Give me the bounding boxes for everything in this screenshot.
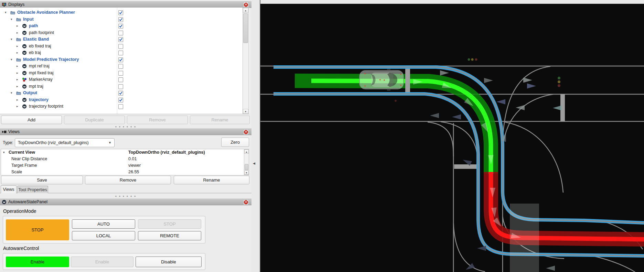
property-value[interactable]: 0.01 <box>128 156 137 161</box>
chevron-down-icon[interactable]: ▾ <box>5 11 7 14</box>
scrollbar-thumb[interactable] <box>243 13 248 43</box>
remove-display-button[interactable]: Remove <box>127 116 188 124</box>
chevron-right-icon[interactable]: ▸ <box>17 105 18 108</box>
add-button[interactable]: Add <box>1 116 62 124</box>
view-type-dropdown[interactable]: TopDownOrtho (rviz_default_plugins) ▼ <box>15 138 115 147</box>
traffic-light-icon <box>395 100 397 102</box>
visibility-checkbox[interactable] <box>118 51 123 55</box>
remote-button[interactable]: REMOTE <box>138 231 201 240</box>
chevron-down-icon[interactable]: ▾ <box>11 37 12 41</box>
chevron-right-icon[interactable]: ▸ <box>17 51 18 54</box>
visibility-checkbox[interactable] <box>118 37 123 42</box>
chevron-right-icon[interactable]: ▸ <box>17 44 18 48</box>
visibility-checkbox[interactable] <box>118 98 123 102</box>
visibility-checkbox[interactable] <box>118 10 123 15</box>
tree-item-mpt-fixed-traj[interactable]: ▸mpt fixed traj <box>0 70 243 77</box>
tree-item-input[interactable]: ▾Input <box>0 16 243 23</box>
visibility-checkbox[interactable] <box>118 64 123 69</box>
visibility-checkbox[interactable] <box>118 31 123 35</box>
visibility-checkbox[interactable] <box>118 57 123 62</box>
chevron-right-icon[interactable]: ▸ <box>17 71 18 75</box>
rename-view-button[interactable]: Rename <box>174 176 249 184</box>
tree-item-label: Elastic Band <box>23 37 49 42</box>
chevron-down-icon[interactable]: ▾ <box>11 91 12 95</box>
tree-item-trajectory-footprint[interactable]: ▸trajectory footprint <box>0 103 243 110</box>
operation-mode-label: OperationMode <box>3 208 36 214</box>
tree-item-label: Obstacle Avoidance Planner <box>17 10 75 15</box>
visibility-checkbox[interactable] <box>118 91 123 96</box>
traffic-light-icon <box>475 58 477 61</box>
tree-item-mpt-ref-traj[interactable]: ▸mpt ref traj <box>0 63 243 70</box>
scroll-down-icon[interactable]: ▼ <box>243 109 248 114</box>
chevron-down-icon[interactable]: ▾ <box>3 151 5 154</box>
property-row-target-frame[interactable]: Target Frameviewer <box>1 162 249 169</box>
tree-item-output[interactable]: ▾Output <box>0 90 243 97</box>
property-value[interactable]: viewer <box>128 163 141 168</box>
tree-item-eb-traj[interactable]: ▸eb traj <box>0 50 243 56</box>
visibility-checkbox[interactable] <box>118 71 123 76</box>
visibility-checkbox[interactable] <box>118 84 123 89</box>
rename-display-button[interactable]: Rename <box>190 116 250 124</box>
chevron-right-icon[interactable]: ▸ <box>17 78 18 81</box>
property-row-scale[interactable]: Scale26.55 <box>1 169 249 175</box>
tree-item-elastic-band[interactable]: ▾Elastic Band <box>0 36 243 43</box>
displays-tree[interactable]: ▲ ▼ ▾Obstacle Avoidance Planner▾Input▸pa… <box>0 8 249 114</box>
displays-panel-header[interactable]: Displays ✕ <box>0 1 251 8</box>
stop-disabled-button[interactable]: STOP <box>138 219 201 229</box>
local-button[interactable]: LOCAL <box>72 231 135 240</box>
traffic-light-icon <box>558 84 560 87</box>
panel-splitter-handle[interactable]: ● ● ● ● ● ● <box>0 195 251 198</box>
tab-tool-properties[interactable]: Tool Properties <box>17 186 48 193</box>
tree-item-label: mpt traj <box>29 84 43 89</box>
displays-tree-scrollbar[interactable]: ▲ ▼ <box>243 8 249 114</box>
visibility-checkbox[interactable] <box>118 44 123 49</box>
chevron-right-icon[interactable]: ▸ <box>17 98 18 101</box>
displays-panel-title: Displays <box>8 2 24 7</box>
chevron-down-icon[interactable]: ▾ <box>11 58 12 61</box>
tree-item-obstacle-avoidance-planner[interactable]: ▾Obstacle Avoidance Planner <box>0 9 243 16</box>
views-close-button[interactable]: ✕ <box>243 129 249 135</box>
property-value[interactable]: 26.55 <box>128 170 139 174</box>
remove-view-button[interactable]: Remove <box>85 176 171 184</box>
tree-item-label: eb fixed traj <box>29 44 51 48</box>
3d-viewport[interactable] <box>260 0 644 272</box>
chevron-down-icon[interactable]: ▾ <box>11 18 12 21</box>
visibility-checkbox[interactable] <box>118 17 123 22</box>
duplicate-button[interactable]: Duplicate <box>64 116 125 124</box>
enable-active-button[interactable]: Enable <box>6 257 69 267</box>
disable-button[interactable]: Disable <box>136 257 202 267</box>
property-row-near-clip-distance[interactable]: Near Clip Distance0.01 <box>1 156 249 162</box>
state-panel-close-button[interactable]: ✕ <box>243 199 249 205</box>
tree-item-path-footprint[interactable]: ▸path footprint <box>0 30 243 36</box>
enable-disabled-button[interactable]: Enable <box>71 257 133 267</box>
chevron-right-icon[interactable]: ▸ <box>17 85 18 88</box>
view-type-label: Type: <box>3 140 13 145</box>
tree-item-markerarray[interactable]: ▸MarkerArray <box>0 76 243 83</box>
views-panel-header[interactable]: Views ✕ <box>0 128 251 135</box>
tree-item-trajectory[interactable]: ▸trajectory <box>0 97 243 104</box>
displays-close-button[interactable]: ✕ <box>243 2 249 8</box>
stop-active-button[interactable]: STOP <box>6 219 69 240</box>
visibility-checkbox[interactable] <box>118 24 123 29</box>
panel-collapse-icon[interactable]: ◀ <box>253 162 255 165</box>
zero-button[interactable]: Zero <box>221 138 249 147</box>
property-row-current-view[interactable]: ▾Current ViewTopDownOrtho (rviz_default_… <box>1 149 249 156</box>
property-value[interactable]: TopDownOrtho (rviz_default_plugins) <box>128 150 205 155</box>
save-view-button[interactable]: Save <box>1 176 83 184</box>
tab-views[interactable]: Views <box>1 185 17 193</box>
tree-item-eb-fixed-traj[interactable]: ▸eb fixed traj <box>0 43 243 50</box>
view-properties-table[interactable]: ▲ ▼ ▾Current ViewTopDownOrtho (rviz_defa… <box>1 149 249 175</box>
visibility-checkbox[interactable] <box>118 77 123 82</box>
visibility-checkbox[interactable] <box>118 104 123 109</box>
traffic-light-icon <box>558 80 560 83</box>
chevron-right-icon[interactable]: ▸ <box>17 31 18 34</box>
tree-item-model-predictive-trajectory[interactable]: ▾Model Predictive Trajectory <box>0 56 243 63</box>
panel-splitter-handle[interactable]: ● ● ● ● ● ● <box>0 125 251 128</box>
tree-item-mpt-traj[interactable]: ▸mpt traj <box>0 83 243 90</box>
chevron-right-icon[interactable]: ▸ <box>17 24 18 28</box>
tree-item-path[interactable]: ▸path <box>0 23 243 30</box>
auto-button[interactable]: AUTO <box>72 219 135 229</box>
autoware-state-panel-header[interactable]: AutowareStatePanel ✕ <box>0 198 251 205</box>
scroll-up-icon[interactable]: ▲ <box>243 8 248 13</box>
chevron-right-icon[interactable]: ▸ <box>17 64 18 68</box>
